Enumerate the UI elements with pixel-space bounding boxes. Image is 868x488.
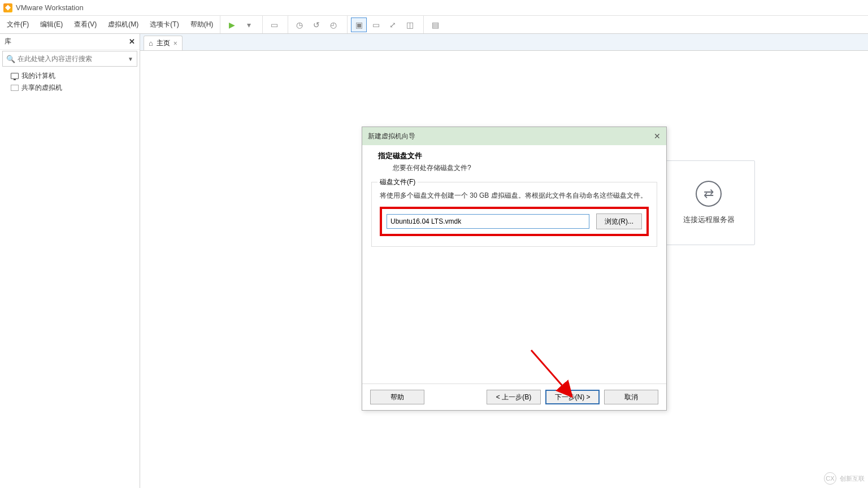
dialog-title: 新建虚拟机向导 xyxy=(368,132,415,141)
app-title: VMware Workstation xyxy=(16,3,84,12)
disk-file-fieldset: 磁盘文件(F) 将使用多个磁盘文件创建一个 30 GB 虚拟磁盘。将根据此文件名… xyxy=(371,182,657,247)
menu-edit[interactable]: 编辑(E) xyxy=(36,18,67,32)
view-windowed-button[interactable]: ▣ xyxy=(351,18,367,32)
library-tree: 我的计算机 共享的虚拟机 xyxy=(0,68,140,94)
monitor-icon xyxy=(10,72,19,80)
tab-strip: ⌂ 主页 × xyxy=(140,34,868,51)
dialog-subheading: 您要在何处存储磁盘文件? xyxy=(378,161,653,173)
browse-button[interactable]: 浏览(R)... xyxy=(596,213,642,229)
disk-file-input[interactable] xyxy=(387,214,589,229)
tab-close-button[interactable]: × xyxy=(173,40,177,47)
menu-help[interactable]: 帮助(H) xyxy=(186,18,218,32)
sidebar-header: 库 ✕ xyxy=(0,34,140,50)
view-unity-button[interactable]: ◫ xyxy=(402,18,418,32)
shared-icon xyxy=(10,84,19,92)
search-icon: 🔍 xyxy=(6,55,15,63)
quick-label: 连接远程服务器 xyxy=(683,215,735,225)
home-icon: ⌂ xyxy=(149,39,153,47)
help-button[interactable]: 帮助 xyxy=(370,390,424,404)
play-button[interactable]: ▶ xyxy=(224,18,240,32)
watermark-text: 创新互联 xyxy=(840,474,865,483)
tree-item-label: 共享的虚拟机 xyxy=(21,83,62,93)
view-console-button[interactable]: ▭ xyxy=(368,18,384,32)
next-button[interactable]: 下一步(N) > xyxy=(545,390,600,404)
titlebar: VMware Workstation xyxy=(0,0,868,16)
app-icon xyxy=(3,3,12,12)
watermark: CX 创新互联 xyxy=(824,472,865,485)
fieldset-description: 将使用多个磁盘文件创建一个 30 GB 虚拟磁盘。将根据此文件名自动命名这些磁盘… xyxy=(380,190,649,201)
fieldset-legend: 磁盘文件(F) xyxy=(377,177,418,187)
dialog-titlebar: 新建虚拟机向导 ✕ xyxy=(362,127,666,145)
menu-view[interactable]: 查看(V) xyxy=(70,18,101,32)
sidebar-close-button[interactable]: ✕ xyxy=(129,37,135,46)
tree-item-my-computer[interactable]: 我的计算机 xyxy=(10,70,140,82)
sidebar: 库 ✕ 🔍 ▼ 我的计算机 共享的虚拟机 xyxy=(0,34,140,488)
menu-vm[interactable]: 虚拟机(M) xyxy=(103,18,143,32)
view-library-button[interactable]: ▤ xyxy=(427,18,443,32)
tree-item-shared-vms[interactable]: 共享的虚拟机 xyxy=(10,82,140,94)
dialog-button-row: 帮助 < 上一步(B) 下一步(N) > 取消 xyxy=(362,384,666,410)
menu-tabs[interactable]: 选项卡(T) xyxy=(145,18,183,32)
dialog-heading: 指定磁盘文件 xyxy=(378,151,653,161)
snapshot-revert-button[interactable]: ↺ xyxy=(309,18,324,32)
snapshot-take-button[interactable]: ◷ xyxy=(292,18,307,32)
disk-file-row: 浏览(R)... xyxy=(380,207,649,236)
search-dropdown-icon[interactable]: ▼ xyxy=(128,56,133,62)
quick-connect-remote[interactable]: ⇄ 连接远程服务器 xyxy=(662,160,755,245)
connect-remote-icon: ⇄ xyxy=(696,181,722,207)
sidebar-title: 库 xyxy=(5,37,11,46)
snapshot-manage-button[interactable]: ◴ xyxy=(326,18,341,32)
tree-item-label: 我的计算机 xyxy=(21,71,55,81)
menubar: 文件(F) 编辑(E) 查看(V) 虚拟机(M) 选项卡(T) 帮助(H) ▶ … xyxy=(0,16,868,34)
cancel-button[interactable]: 取消 xyxy=(604,390,658,404)
watermark-icon: CX xyxy=(824,472,836,485)
tab-home[interactable]: ⌂ 主页 × xyxy=(144,36,183,50)
play-dropdown[interactable]: ▾ xyxy=(241,18,257,32)
tab-label: 主页 xyxy=(157,38,170,48)
menu-file[interactable]: 文件(F) xyxy=(2,18,33,32)
view-fullscreen-button[interactable]: ⤢ xyxy=(385,18,401,32)
new-vm-wizard-dialog: 新建虚拟机向导 ✕ 指定磁盘文件 您要在何处存储磁盘文件? 磁盘文件(F) 将使… xyxy=(362,127,667,411)
snapshot-overview-button[interactable]: ▭ xyxy=(266,18,282,32)
search-box[interactable]: 🔍 ▼ xyxy=(2,51,137,67)
dialog-spacer xyxy=(362,254,666,384)
dialog-close-button[interactable]: ✕ xyxy=(654,132,661,141)
dialog-header: 指定磁盘文件 您要在何处存储磁盘文件? xyxy=(362,145,666,182)
search-input[interactable] xyxy=(18,55,125,63)
back-button[interactable]: < 上一步(B) xyxy=(487,390,541,404)
